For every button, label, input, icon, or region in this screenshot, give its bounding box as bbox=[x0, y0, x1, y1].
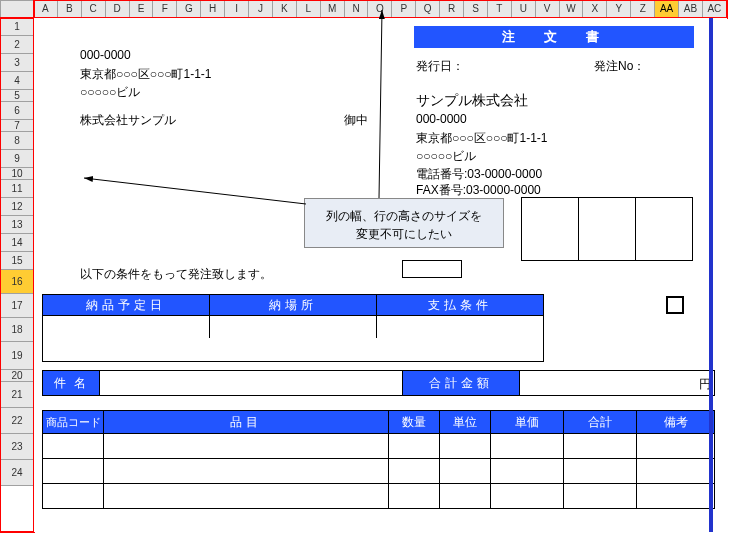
cell-r1-price[interactable] bbox=[490, 433, 564, 459]
col-header-S[interactable]: S bbox=[464, 1, 488, 19]
row-header-1[interactable]: 1 bbox=[0, 18, 34, 36]
row-header-22[interactable]: 22 bbox=[0, 408, 34, 434]
col-header-M[interactable]: M bbox=[321, 1, 345, 19]
hdr-unit: 単位 bbox=[439, 410, 491, 434]
col-header-AC[interactable]: AC bbox=[703, 1, 727, 19]
grid-area[interactable]: 注 文 書 000-0000 東京都○○○区○○○町1-1-1 ○○○○○ビル … bbox=[34, 18, 727, 532]
row-header-14[interactable]: 14 bbox=[0, 234, 34, 252]
document-content: 注 文 書 000-0000 東京都○○○区○○○町1-1-1 ○○○○○ビル … bbox=[34, 18, 727, 532]
col-header-K[interactable]: K bbox=[273, 1, 297, 19]
col-header-L[interactable]: L bbox=[297, 1, 321, 19]
col-header-H[interactable]: H bbox=[201, 1, 225, 19]
col-header-V[interactable]: V bbox=[536, 1, 560, 19]
col-header-A[interactable]: A bbox=[34, 1, 58, 19]
cell-deliv-loc[interactable] bbox=[209, 315, 377, 339]
cell-r3-unit[interactable] bbox=[439, 483, 491, 509]
row-header-19[interactable]: 19 bbox=[0, 342, 34, 370]
col-header-P[interactable]: P bbox=[392, 1, 416, 19]
col-header-AB[interactable]: AB bbox=[679, 1, 703, 19]
hdr-qty: 数量 bbox=[388, 410, 440, 434]
cell-r1-remarks[interactable] bbox=[636, 433, 715, 459]
row-header-10[interactable]: 10 bbox=[0, 168, 34, 180]
row-header-7[interactable]: 7 bbox=[0, 120, 34, 132]
row-headers: 123456789101112131415161718192021222324 bbox=[0, 18, 34, 486]
column-headers: ABCDEFGHIJKLMNOPQRSTUVWXYZAAABAC bbox=[34, 0, 727, 18]
row-header-2[interactable]: 2 bbox=[0, 36, 34, 54]
col-header-Z[interactable]: Z bbox=[631, 1, 655, 19]
row-header-4[interactable]: 4 bbox=[0, 72, 34, 90]
cell-r2-qty[interactable] bbox=[388, 458, 440, 484]
hdr-kenmei: 件 名 bbox=[42, 370, 100, 396]
callout-box: 列の幅、行の高さのサイズを 変更不可にしたい bbox=[304, 198, 504, 248]
cell-r1-item[interactable] bbox=[103, 433, 389, 459]
cell-r3-price[interactable] bbox=[490, 483, 564, 509]
row-header-5[interactable]: 5 bbox=[0, 90, 34, 102]
cell-r2-remarks[interactable] bbox=[636, 458, 715, 484]
col-header-B[interactable]: B bbox=[58, 1, 82, 19]
row-header-3[interactable]: 3 bbox=[0, 54, 34, 72]
supplier-postal: 000-0000 bbox=[416, 112, 467, 126]
row-header-6[interactable]: 6 bbox=[0, 102, 34, 120]
hdr-price: 単価 bbox=[490, 410, 564, 434]
col-header-U[interactable]: U bbox=[512, 1, 536, 19]
row-header-11[interactable]: 11 bbox=[0, 180, 34, 198]
select-all-corner[interactable] bbox=[0, 0, 34, 18]
row-header-18[interactable]: 18 bbox=[0, 318, 34, 342]
row-header-13[interactable]: 13 bbox=[0, 216, 34, 234]
col-header-T[interactable]: T bbox=[488, 1, 512, 19]
col-header-J[interactable]: J bbox=[249, 1, 273, 19]
col-header-I[interactable]: I bbox=[225, 1, 249, 19]
col-header-X[interactable]: X bbox=[583, 1, 607, 19]
row-header-12[interactable]: 12 bbox=[0, 198, 34, 216]
cell-r3-remarks[interactable] bbox=[636, 483, 715, 509]
cell-r2-price[interactable] bbox=[490, 458, 564, 484]
col-header-R[interactable]: R bbox=[440, 1, 464, 19]
col-header-AA[interactable]: AA bbox=[655, 1, 679, 19]
cell-r2-item[interactable] bbox=[103, 458, 389, 484]
col-header-Y[interactable]: Y bbox=[607, 1, 631, 19]
col-header-C[interactable]: C bbox=[82, 1, 106, 19]
cell-r1-total[interactable] bbox=[563, 433, 637, 459]
row-header-15[interactable]: 15 bbox=[0, 252, 34, 270]
cell-r2-unit[interactable] bbox=[439, 458, 491, 484]
cell-kenmei[interactable] bbox=[99, 370, 403, 396]
cell-r1-code[interactable] bbox=[42, 433, 104, 459]
hdr-deliv-loc: 納場所 bbox=[209, 294, 377, 316]
cell-deliv-date[interactable] bbox=[42, 315, 210, 339]
cell-r3-qty[interactable] bbox=[388, 483, 440, 509]
hdr-pay-terms: 支払条件 bbox=[376, 294, 544, 316]
cell-goukei[interactable] bbox=[519, 370, 715, 396]
cell-r1-qty[interactable] bbox=[388, 433, 440, 459]
col-header-Q[interactable]: Q bbox=[416, 1, 440, 19]
svg-line-1 bbox=[379, 10, 382, 198]
col-header-E[interactable]: E bbox=[130, 1, 154, 19]
cell-r2-total[interactable] bbox=[563, 458, 637, 484]
supplier-address: 東京都○○○区○○○町1-1-1 bbox=[416, 130, 548, 147]
stamp-box-3 bbox=[635, 197, 693, 261]
row-header-24[interactable]: 24 bbox=[0, 460, 34, 486]
doc-title: 注 文 書 bbox=[414, 26, 694, 48]
cell-row18[interactable] bbox=[42, 338, 544, 362]
cell-r3-total[interactable] bbox=[563, 483, 637, 509]
col-header-G[interactable]: G bbox=[177, 1, 201, 19]
col-header-O[interactable]: O bbox=[368, 1, 392, 19]
row-header-23[interactable]: 23 bbox=[0, 434, 34, 460]
order-no-label: 発注No： bbox=[594, 58, 645, 75]
col-header-F[interactable]: F bbox=[153, 1, 177, 19]
cell-r2-code[interactable] bbox=[42, 458, 104, 484]
checkbox-mark bbox=[666, 296, 684, 314]
cell-pay-terms[interactable] bbox=[376, 315, 544, 339]
row-header-17[interactable]: 17 bbox=[0, 294, 34, 318]
col-header-N[interactable]: N bbox=[345, 1, 369, 19]
row-header-8[interactable]: 8 bbox=[0, 132, 34, 150]
col-header-D[interactable]: D bbox=[106, 1, 130, 19]
hdr-remarks: 備考 bbox=[636, 410, 715, 434]
cell-r3-item[interactable] bbox=[103, 483, 389, 509]
row-header-16[interactable]: 16 bbox=[0, 270, 34, 294]
row-header-21[interactable]: 21 bbox=[0, 382, 34, 408]
row-header-9[interactable]: 9 bbox=[0, 150, 34, 168]
cell-r3-code[interactable] bbox=[42, 483, 104, 509]
col-header-W[interactable]: W bbox=[560, 1, 584, 19]
row-header-20[interactable]: 20 bbox=[0, 370, 34, 382]
cell-r1-unit[interactable] bbox=[439, 433, 491, 459]
